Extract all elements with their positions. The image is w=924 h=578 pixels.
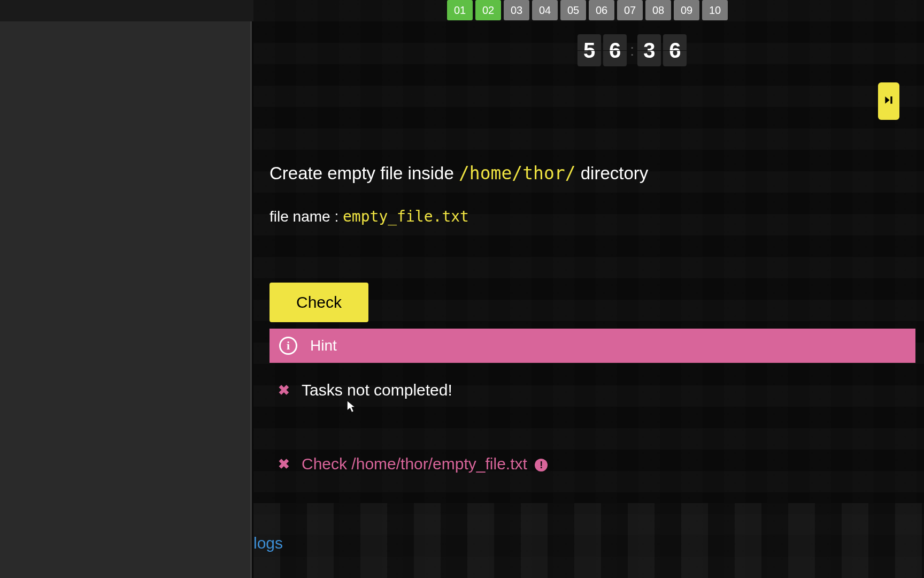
error-path-text-value: Check /home/thor/empty_file.txt	[302, 455, 527, 473]
task-title: Create empty file inside /home/thor/ dir…	[270, 163, 648, 184]
step-pill-02[interactable]: 02	[475, 0, 501, 20]
exclamation-icon: !	[535, 459, 548, 471]
error-path-text: Check /home/thor/empty_file.txt !	[302, 455, 548, 473]
error-tasks-not-completed: ✖ Tasks not completed!	[278, 381, 452, 399]
skip-next-icon	[883, 95, 894, 108]
step-pill-08[interactable]: 08	[645, 0, 671, 20]
mouse-cursor-icon	[346, 400, 356, 413]
next-button[interactable]	[878, 82, 899, 120]
countdown-timer: 5 6 : 3 6	[578, 34, 687, 66]
step-pill-04[interactable]: 04	[532, 0, 558, 20]
step-pills: 01 02 03 04 05 06 07 08 09 10	[447, 0, 728, 20]
error-text: Tasks not completed!	[302, 381, 452, 399]
step-pill-03[interactable]: 03	[504, 0, 529, 20]
step-pill-01[interactable]: 01	[447, 0, 473, 20]
task-title-suffix: directory	[576, 163, 649, 183]
timer-minute-tens: 5	[578, 34, 601, 66]
step-pill-05[interactable]: 05	[560, 0, 586, 20]
hint-label: Hint	[310, 337, 337, 354]
x-icon: ✖	[278, 382, 290, 399]
step-pill-09[interactable]: 09	[674, 0, 699, 20]
timer-second-tens: 3	[637, 34, 661, 66]
step-pill-07[interactable]: 07	[617, 0, 643, 20]
error-check-path: ✖ Check /home/thor/empty_file.txt !	[278, 455, 548, 473]
timer-second-ones: 6	[663, 34, 687, 66]
info-icon: i	[279, 337, 297, 355]
floor-texture	[253, 503, 924, 578]
step-pill-06[interactable]: 06	[589, 0, 614, 20]
task-title-prefix: Create empty file inside	[270, 163, 459, 183]
step-pill-10[interactable]: 10	[702, 0, 728, 20]
logs-link[interactable]: logs	[253, 534, 283, 552]
sidebar	[0, 21, 252, 578]
timer-minute-ones: 6	[603, 34, 627, 66]
task-sub-filename: empty_file.txt	[343, 208, 469, 225]
task-subtitle: file name : empty_file.txt	[270, 208, 469, 225]
task-sub-prefix: file name :	[270, 208, 343, 225]
hint-bar[interactable]: i Hint	[270, 329, 915, 363]
main-content: 01 02 03 04 05 06 07 08 09 10 5 6 : 3 6 …	[253, 0, 924, 578]
timer-colon: :	[629, 41, 635, 59]
check-button[interactable]: Check	[270, 283, 368, 322]
task-title-path: /home/thor/	[459, 163, 576, 184]
x-icon: ✖	[278, 456, 290, 473]
